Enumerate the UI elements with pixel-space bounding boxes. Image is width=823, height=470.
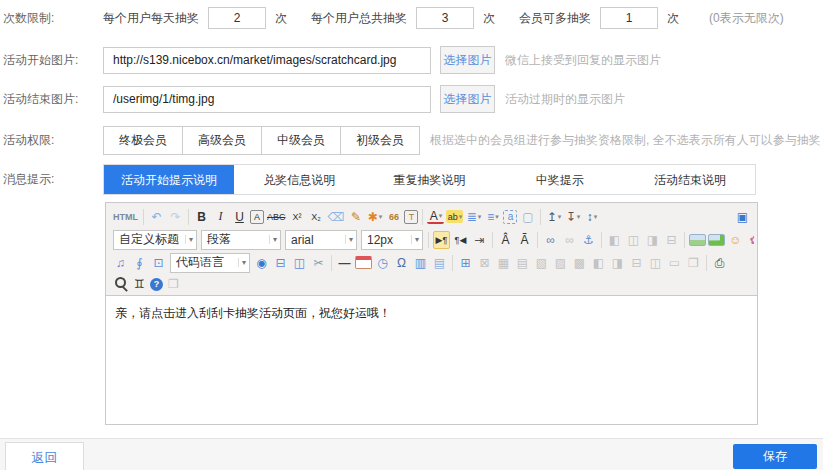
underline-icon[interactable]: U [231, 208, 248, 226]
new-page-icon: ❐ [685, 254, 702, 272]
member-option-button[interactable]: 高级会员 [182, 126, 262, 155]
chevron-down-icon: ▾ [238, 258, 246, 267]
insert-form-icon[interactable]: ▥ [412, 254, 429, 272]
code-language-select[interactable]: 代码语言▾ [170, 253, 250, 273]
back-button[interactable]: 返回 [5, 442, 84, 470]
start-image-pick-button[interactable]: 选择图片 [440, 46, 495, 74]
paste-plain-text-icon[interactable]: T [404, 210, 418, 224]
italic-icon[interactable]: I [212, 208, 229, 226]
find-replace-icon[interactable]: ♊ [131, 275, 148, 293]
net-image-icon[interactable] [708, 234, 725, 246]
ordered-list-icon[interactable]: ≣▾ [465, 208, 482, 226]
special-char-icon[interactable]: Ω [393, 254, 410, 272]
graffiti-icon[interactable]: ✿ [746, 231, 754, 249]
toolbar-separator [428, 232, 429, 248]
char-scale-down-icon[interactable]: Ã [516, 231, 533, 249]
toolbar-separator [540, 209, 541, 225]
permission-label: 活动权限: [0, 132, 103, 149]
message-tab[interactable]: 活动结束说明 [625, 165, 755, 194]
font-size-select[interactable]: 12px▾ [361, 230, 423, 250]
link-icon[interactable]: ∞ [542, 231, 559, 249]
limit-count-input[interactable] [600, 7, 658, 29]
insert-code-icon[interactable]: ◉ [253, 254, 270, 272]
end-image-pick-button[interactable]: 选择图片 [440, 85, 495, 113]
start-image-url-input[interactable] [103, 47, 431, 74]
attachment-icon[interactable]: ∮ [131, 254, 148, 272]
message-tabs-row: 消息提示: 活动开始提示说明兑奖信息说明重复抽奖说明中奖提示活动结束说明 [0, 164, 823, 195]
toolbar-separator [537, 232, 538, 248]
delete-row-icon: ▩ [571, 254, 588, 272]
insert-columns-icon[interactable]: ◫ [291, 254, 308, 272]
member-option-button[interactable]: 中级会员 [261, 126, 341, 155]
limit-group: 每个用户每天抽奖次 [103, 7, 287, 29]
border-text-icon[interactable]: A [250, 210, 264, 224]
delete-table-icon: ⊠ [476, 254, 493, 272]
strikethrough-icon[interactable]: ABC [266, 208, 287, 226]
delete-col-icon: ⊟ [628, 254, 645, 272]
bold-icon[interactable]: B [193, 208, 210, 226]
remove-format-icon[interactable]: ⌫ [327, 208, 346, 226]
image-align-center-icon: ◫ [625, 231, 642, 249]
insert-image-icon[interactable] [689, 234, 706, 246]
insert-date-icon[interactable] [355, 256, 372, 269]
superscript-icon[interactable]: X² [289, 208, 306, 226]
insert-music-icon[interactable]: ♫ [112, 254, 129, 272]
format-brush-icon[interactable]: ✎ [347, 208, 364, 226]
font-family-select[interactable]: arial▾ [285, 230, 357, 250]
clear-doc-icon[interactable]: ▢ [519, 208, 536, 226]
message-tab[interactable]: 活动开始提示说明 [104, 165, 234, 194]
redo-icon[interactable]: ↷ [167, 208, 184, 226]
preview-icon[interactable] [112, 275, 129, 293]
font-color-icon[interactable]: A▾ [427, 209, 444, 224]
editor-content[interactable]: 亲，请点击进入刮刮卡抽奖活动页面，祝您好运哦！ [106, 296, 757, 424]
member-option-button[interactable]: 终极会员 [103, 126, 183, 155]
help-icon[interactable]: ? [150, 278, 163, 291]
message-tabs: 活动开始提示说明兑奖信息说明重复抽奖说明中奖提示活动结束说明 [103, 164, 756, 195]
line-height-icon[interactable]: ↕▾ [583, 208, 600, 226]
toolbar-separator [331, 255, 332, 271]
heading-style-select[interactable]: 自定义标题▾ [113, 230, 197, 250]
member-option-button[interactable]: 初级会员 [340, 126, 420, 155]
anchor-icon[interactable]: ⚓ [580, 231, 597, 249]
paragraph-rtl-icon[interactable]: ¶◀ [452, 231, 469, 249]
end-image-url-input[interactable] [103, 86, 431, 113]
auto-typeset-icon[interactable]: ✱▾ [366, 208, 383, 226]
insert-time-icon[interactable]: ◷ [374, 254, 391, 272]
paragraph-format-select[interactable]: 段落▾ [201, 230, 281, 250]
limit-count-input[interactable] [416, 7, 474, 29]
message-tab[interactable]: 中奖提示 [495, 165, 625, 194]
save-button[interactable]: 保存 [733, 444, 817, 469]
unordered-list-icon[interactable]: ≡▾ [484, 208, 501, 226]
anchor-text-icon[interactable]: a [503, 210, 517, 224]
message-tab[interactable]: 重复抽奖说明 [364, 165, 494, 194]
insert-col-left-icon: ◧ [590, 254, 607, 272]
toolbar-separator [188, 209, 189, 225]
highlight-color-icon[interactable]: ab▾ [446, 210, 463, 223]
blockquote-icon[interactable]: 66 [385, 208, 402, 226]
screenshot-icon[interactable]: ✂ [310, 254, 327, 272]
emoticon-icon[interactable]: ☺ [727, 231, 744, 249]
print-icon[interactable]: ⎙ [711, 254, 728, 272]
margin-top-icon[interactable]: ↥▾ [545, 208, 562, 226]
indent-icon[interactable]: ⇥ [471, 231, 488, 249]
fullscreen-icon[interactable]: ▣ [734, 208, 751, 226]
horizontal-rule-icon[interactable]: — [336, 254, 353, 272]
source-code-icon[interactable]: HTML [112, 208, 139, 226]
limit-count-input[interactable] [208, 7, 266, 29]
margin-bottom-icon[interactable]: ↧▾ [564, 208, 581, 226]
undo-icon[interactable]: ↶ [148, 208, 165, 226]
indent-first-line-icon[interactable]: ▶¶ [433, 231, 450, 249]
font-family-value: arial [291, 233, 314, 247]
permission-row: 活动权限: 终极会员高级会员中级会员初级会员 根据选中的会员组进行参与抽奖资格限… [0, 126, 823, 155]
insert-col-right-icon: ◨ [609, 254, 626, 272]
page-break-icon[interactable]: ⊟ [272, 254, 289, 272]
subscript-icon[interactable]: X₂ [308, 208, 325, 226]
image-block-icon: ⊟ [663, 231, 680, 249]
image-align-left-icon: ◧ [606, 231, 623, 249]
insert-template-icon[interactable]: ▤ [431, 254, 448, 272]
char-scale-up-icon[interactable]: Â [497, 231, 514, 249]
chevron-down-icon: ▾ [185, 235, 193, 244]
message-tab[interactable]: 兑奖信息说明 [234, 165, 364, 194]
insert-table-icon[interactable]: ⊞ [457, 254, 474, 272]
insert-map-icon[interactable]: ⊡ [150, 254, 167, 272]
